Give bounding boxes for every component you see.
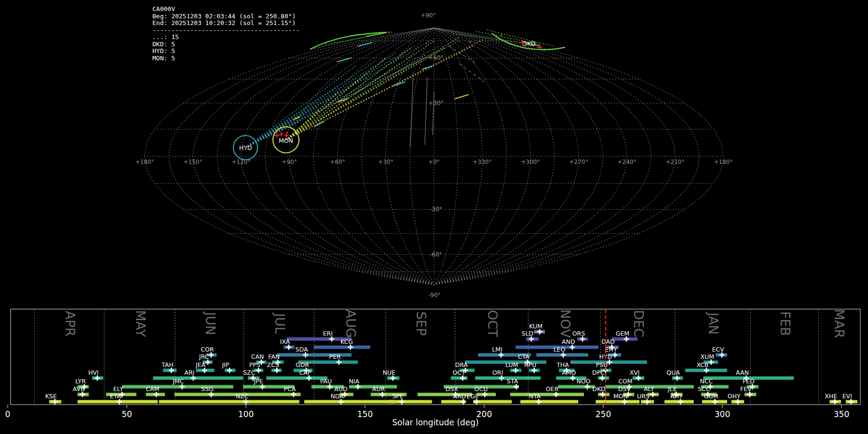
shower-label-aur: AUR [372,385,385,393]
shower-label-ecv: ECV [712,346,724,353]
shower-peak-marker [52,399,57,405]
month-label: MAY [133,310,148,338]
shower-peak-marker [474,399,479,405]
shower-peak-marker [256,368,261,373]
shower-peak-marker [260,384,265,390]
shower-peak-marker [202,368,207,373]
shower-label-dkd: DKD [592,385,605,393]
shower-peak-marker [399,399,405,405]
count-hyd: HYD: 5 [152,47,175,54]
shower-label-ohy: OHY [728,393,741,400]
shower-label-lmi: LMI [492,346,502,353]
shower-label-ari: ARI [184,369,194,376]
shower-label-hvi: HVI [88,369,99,376]
shower-peak-marker [747,392,752,397]
count-sporadic: ...: 15 [152,33,179,41]
shower-peak-marker [514,384,519,390]
shower-label-dsx: DSX [446,385,459,393]
shower-peak-marker [390,376,395,381]
shower-label-jpe: JPE [254,378,263,385]
shower-label-eri: ERI [323,330,333,337]
month-label: AUG [343,309,358,338]
shower-label-tah: TAH [161,361,174,368]
shower-label-gum: GUM [704,393,719,400]
shower-label-kum: KUM [529,323,542,330]
shower-label-gem: GEM [616,330,629,337]
shower-peak-marker [274,368,280,373]
month-label: APR [63,311,78,337]
shower-label-pca: PCA [284,385,296,393]
shower-label-ard: ARD [453,393,466,400]
shower-label-pau: PAU [320,378,332,385]
shower-peak-marker [678,399,683,405]
shower-label-fev: FEV [740,385,752,393]
shower-peak-marker [537,329,542,335]
shower-peak-marker [561,353,566,358]
shower-peak-marker [622,399,627,405]
shower-label-xhe: XHE [825,393,837,400]
shower-label-nzc: NZC [236,393,249,400]
shower-bar-spe [389,400,432,404]
shower-label-xvi: XVI [630,369,640,376]
shower-peak-marker [531,368,537,373]
shower-label-nda: NDA [330,393,344,400]
shower-label-ors: ORS [572,330,585,337]
shower-label-kcg: KCG [340,338,353,345]
shower-label-xcb: XCB [696,361,708,368]
shower-label-kse: KSE [45,393,57,400]
shower-label-sda: SDA [296,346,308,353]
count-mon: MON: 5 [152,54,175,62]
shower-bar-oer [510,393,584,396]
shower-label-ncc: NCC [700,378,713,385]
x-tick-label: 250 [596,409,611,419]
shower-label-ssg: SSG [201,385,214,393]
shower-label-cam: CAM [146,385,159,393]
shower-label-ely: ELY [113,385,123,393]
shower-label-eta: ETA [110,393,122,400]
shower-label-aly: ALY [644,385,654,393]
shower-peak-marker [348,345,353,350]
shower-peak-marker [708,360,714,365]
shower-label-ocu: OCU [475,385,488,393]
shower-peak-marker [600,392,606,397]
count-dkd: DKD: 5 [152,41,175,48]
x-tick-label: 150 [357,409,373,419]
shower-peak-marker [117,399,122,405]
shower-label-tha: THA [556,361,569,368]
shower-peak-marker [529,337,534,342]
shower-peak-marker [554,392,559,397]
shower-peak-marker [570,345,575,350]
separator-line: --------------------------------------- [152,27,299,34]
shower-peak-marker [303,353,308,358]
shower-peak-marker [380,392,385,397]
month-label: JUN [203,311,218,335]
shower-label-oer: OER [546,385,559,393]
meteor-station-screen: CA000V Beg: 20251203 02:03:44 (sol = 250… [0,0,868,434]
shower-label-cta: CTA [518,353,529,360]
shower-bar-cap [266,377,327,380]
shower-label-jip: JIP [221,361,229,368]
shower-peak-marker [624,337,629,342]
shower-peak-marker [644,399,650,405]
shower-label-aud: AUD [334,385,347,393]
shower-peak-marker [735,399,741,405]
shower-peak-marker [612,353,618,358]
shower-peak-marker [95,376,100,381]
shower-label-cor: COR [201,346,214,353]
shower-label-aan: AAN [736,369,749,376]
timeline-chart: APRMAYJUNJULAUGSEPOCTNOVDECJANFEBMARKUME… [0,0,868,434]
shower-peak-marker [169,368,174,373]
month-label: MAR [832,309,847,339]
shower-peak-marker [205,360,210,365]
shower-label-gdr: GDR [296,361,309,368]
month-label: JUL [272,312,287,334]
shower-label-fed: FED [743,378,755,385]
shower-label-ixa: IXA [280,338,290,345]
shower-label-nta: NTA [529,393,541,400]
shower-label-lyr: LYR [75,378,86,385]
shower-peak-marker [190,376,196,381]
shower-label-jle: JLE [667,385,677,393]
shower-peak-marker [336,360,341,365]
x-axis-title: Solar longitude (deg) [392,418,479,427]
shower-peak-marker [704,368,709,373]
